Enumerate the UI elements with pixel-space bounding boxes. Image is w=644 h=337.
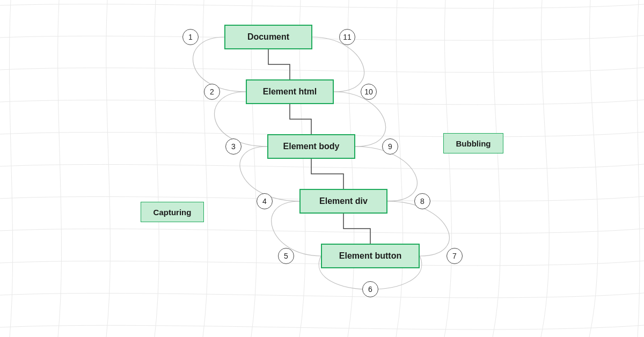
step-number: 3 (231, 142, 236, 151)
step-circle-10: 10 (361, 84, 377, 100)
step-number: 9 (388, 142, 392, 151)
step-circle-6: 6 (362, 281, 378, 297)
node-element-div: Element div (299, 189, 387, 214)
background-grid (0, 0, 644, 337)
node-element-html: Element html (246, 79, 334, 104)
step-number: 10 (364, 87, 373, 96)
step-circle-5: 5 (278, 248, 294, 264)
step-number: 8 (420, 197, 425, 206)
step-circle-3: 3 (225, 138, 241, 155)
step-number: 11 (343, 33, 352, 41)
step-circle-1: 1 (182, 29, 199, 45)
node-label: Element body (283, 142, 340, 151)
step-number: 5 (284, 252, 288, 260)
node-label: Element html (263, 87, 317, 97)
step-circle-9: 9 (382, 138, 398, 155)
step-circle-7: 7 (447, 248, 463, 264)
node-label: Document (247, 32, 289, 42)
step-circle-8: 8 (414, 193, 430, 209)
step-number: 7 (452, 252, 457, 260)
phase-label-text: Capturing (153, 208, 192, 217)
step-circle-2: 2 (204, 84, 220, 100)
event-propagation-diagram: Document Element html Element body Eleme… (0, 0, 644, 337)
phase-label-text: Bubbling (456, 139, 491, 148)
step-number: 4 (262, 197, 267, 206)
node-document: Document (224, 25, 312, 49)
step-circle-11: 11 (339, 29, 355, 45)
step-number: 6 (368, 285, 372, 294)
step-number: 1 (188, 33, 193, 41)
node-label: Element div (319, 196, 368, 206)
phase-label-bubbling: Bubbling (443, 133, 503, 153)
node-label: Element button (339, 251, 401, 261)
node-element-button: Element button (321, 244, 420, 268)
step-circle-4: 4 (257, 193, 273, 209)
step-number: 2 (210, 87, 214, 96)
node-element-body: Element body (267, 134, 355, 159)
phase-label-capturing: Capturing (141, 202, 204, 222)
